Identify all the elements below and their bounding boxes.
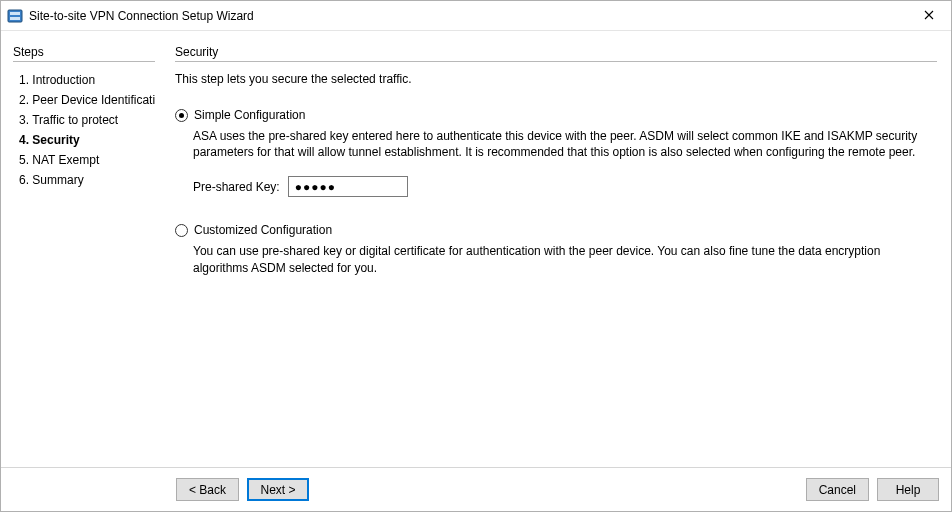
next-button[interactable]: Next >	[247, 478, 309, 501]
steps-sidebar: Steps 1. Introduction 2. Peer Device Ide…	[1, 31, 161, 467]
svg-rect-1	[10, 12, 20, 15]
step-label: 3. Traffic to protect	[19, 113, 118, 127]
radio-customized-configuration[interactable]: Customized Configuration	[175, 223, 937, 237]
close-button[interactable]	[907, 1, 951, 31]
wizard-window: Site-to-site VPN Connection Setup Wizard…	[0, 0, 952, 512]
step-label: 6. Summary	[19, 173, 84, 187]
back-button[interactable]: < Back	[176, 478, 239, 501]
svg-rect-2	[10, 17, 20, 20]
radio-button-icon	[175, 109, 188, 122]
sidebar-divider	[13, 61, 155, 62]
button-bar: < Back Next > Cancel Help	[1, 467, 951, 511]
psk-label: Pre-shared Key:	[193, 180, 280, 194]
window-title: Site-to-site VPN Connection Setup Wizard	[29, 9, 907, 23]
intro-text: This step lets you secure the selected t…	[175, 72, 937, 86]
radio-simple-label: Simple Configuration	[194, 108, 305, 122]
step-label: 5. NAT Exempt	[19, 153, 99, 167]
step-nat-exempt[interactable]: 5. NAT Exempt	[13, 150, 155, 170]
main-divider	[175, 61, 937, 62]
psk-input[interactable]	[288, 176, 408, 197]
simple-config-description: ASA uses the pre-shared key entered here…	[193, 128, 937, 160]
step-label: 2. Peer Device Identificatio	[19, 93, 155, 107]
page-title: Security	[175, 45, 937, 59]
step-traffic-to-protect[interactable]: 3. Traffic to protect	[13, 110, 155, 130]
custom-config-description: You can use pre-shared key or digital ce…	[193, 243, 937, 275]
radio-button-icon	[175, 224, 188, 237]
radio-custom-label: Customized Configuration	[194, 223, 332, 237]
cancel-button[interactable]: Cancel	[806, 478, 869, 501]
main-panel: Security This step lets you secure the s…	[161, 31, 951, 467]
step-summary[interactable]: 6. Summary	[13, 170, 155, 190]
step-introduction[interactable]: 1. Introduction	[13, 70, 155, 90]
svg-rect-0	[8, 10, 22, 22]
steps-heading: Steps	[13, 45, 155, 59]
app-icon	[7, 8, 23, 24]
help-button[interactable]: Help	[877, 478, 939, 501]
close-icon	[924, 9, 934, 23]
step-security[interactable]: 4. Security	[13, 130, 155, 150]
step-label: 1. Introduction	[19, 73, 95, 87]
radio-checked-icon	[179, 113, 184, 118]
psk-field-row: Pre-shared Key:	[193, 176, 937, 197]
step-label: 4. Security	[19, 133, 80, 147]
step-peer-device-identification[interactable]: 2. Peer Device Identificatio	[13, 90, 155, 110]
steps-list: 1. Introduction 2. Peer Device Identific…	[13, 70, 155, 190]
radio-simple-configuration[interactable]: Simple Configuration	[175, 108, 937, 122]
content-area: Steps 1. Introduction 2. Peer Device Ide…	[1, 31, 951, 467]
titlebar: Site-to-site VPN Connection Setup Wizard	[1, 1, 951, 31]
